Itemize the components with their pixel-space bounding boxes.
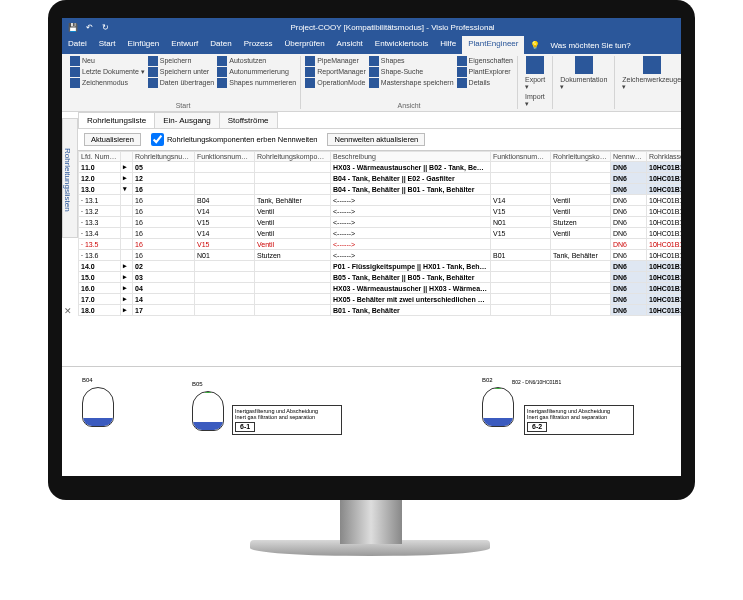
monitor-stand-neck (340, 500, 402, 544)
group-label-start: Start (70, 102, 296, 109)
tab-daten[interactable]: Daten (204, 36, 237, 54)
screen: 💾 ↶ ↻ Project-COOY [Kompatibilitätsmodus… (62, 18, 681, 476)
tab-datei[interactable]: Datei (62, 36, 93, 54)
title-bar: 💾 ↶ ↻ Project-COOY [Kompatibilitätsmodus… (62, 18, 681, 36)
cmd-operationmode[interactable]: OperationMode (305, 78, 366, 88)
redo-icon[interactable]: ↻ (100, 22, 110, 32)
tab-hilfe[interactable]: Hilfe (434, 36, 462, 54)
cmd-neu[interactable]: Neu (70, 56, 145, 66)
inherit-checkbox[interactable]: Rohrleitungskomponenten erben Nennweiten (151, 133, 318, 146)
panel-tabs: Rohrleitungsliste Ein- Ausgang Stoffströ… (78, 112, 681, 129)
cmd-speichern[interactable]: Speichern (148, 56, 214, 66)
cmd-speichern-unter[interactable]: Speichern unter (148, 67, 214, 77)
tab-plantengineer[interactable]: PlantEngineer (462, 36, 524, 54)
table-header-row: Lfd. NummerRohrleitungsnummerFunktionsnu… (79, 152, 682, 162)
cmd-details[interactable]: Details (457, 78, 513, 88)
cmd-pipemanager[interactable]: PipeManager (305, 56, 366, 66)
tank-b05[interactable]: B05 (192, 391, 224, 431)
tab-prozess[interactable]: Prozess (238, 36, 279, 54)
cmd-shapes-nummerieren[interactable]: Shapes nummerieren (217, 78, 296, 88)
tell-me-search[interactable]: 💡 Was möchten Sie tun? (524, 36, 642, 54)
panel-tab-stoffstroeme[interactable]: Stoffströme (219, 112, 278, 128)
tank-b02[interactable]: B02 B02 - DN6/10HC01B1 (482, 387, 514, 427)
table-row[interactable]: 14.0▸02P01 - Flüssigkeitspumpe || HX01 -… (79, 261, 682, 272)
tab-entwicklertools[interactable]: Entwicklertools (369, 36, 434, 54)
ribbon: Neu Letzte Dokumente ▾ Zeichenmodus Spei… (62, 54, 681, 112)
nennweiten-button[interactable]: Nennweiten aktualisieren (327, 133, 425, 146)
cmd-zeichenwerkzeuge[interactable]: Zeichenwerkzeuge ▾ (619, 56, 681, 91)
tab-ansicht[interactable]: Ansicht (331, 36, 369, 54)
cmd-dokumentation[interactable]: Dokumentation ▾ (557, 56, 610, 91)
info-box-6-2[interactable]: Inertgasfilterung und AbscheidungInert g… (524, 405, 634, 435)
save-icon[interactable]: 💾 (68, 22, 78, 32)
table-row[interactable]: 12.0▸12B04 - Tank, Behälter || E02 - Gas… (79, 173, 682, 184)
cmd-reportmanager[interactable]: ReportManager (305, 67, 366, 77)
pipe-table[interactable]: Lfd. NummerRohrleitungsnummerFunktionsnu… (78, 150, 681, 316)
tab-ueberpruefen[interactable]: Überprüfen (279, 36, 331, 54)
tab-start[interactable]: Start (93, 36, 122, 54)
cmd-shapes[interactable]: Shapes (369, 56, 454, 66)
cmd-zeichenmodus[interactable]: Zeichenmodus (70, 78, 145, 88)
diagram-canvas[interactable]: B04 B05 Inertgasfilterung und Abscheidun… (62, 366, 681, 476)
table-row[interactable]: · 13.116B04Tank, Behälter<------>V14Vent… (79, 195, 682, 206)
side-tab-rohrleitungslisten[interactable]: Rohrleitungslisten (62, 118, 78, 238)
refresh-button[interactable]: Aktualisieren (84, 133, 141, 146)
cmd-export-import[interactable]: Export ▾Import ▾ (522, 56, 548, 108)
tab-einfuegen[interactable]: Einfügen (122, 36, 166, 54)
cmd-plantexplorer[interactable]: PlantExplorer (457, 67, 513, 77)
info-box-6-1[interactable]: Inertgasfilterung und AbscheidungInert g… (232, 405, 342, 435)
cmd-shape-suche[interactable]: Shape-Suche (369, 67, 454, 77)
table-row[interactable]: 13.0▾16B04 - Tank, Behälter || B01 - Tan… (79, 184, 682, 195)
table-row[interactable]: 11.0▸05HX03 - Wärmeaustauscher || B02 - … (79, 162, 682, 173)
panel-tab-ein-ausgang[interactable]: Ein- Ausgang (154, 112, 220, 128)
action-bar: Aktualisieren Rohrleitungskomponenten er… (78, 129, 681, 150)
group-label-ansicht: Ansicht (305, 102, 513, 109)
tab-entwurf[interactable]: Entwurf (165, 36, 204, 54)
monitor-frame: 💾 ↶ ↻ Project-COOY [Kompatibilitätsmodus… (48, 0, 695, 500)
cmd-autostutzen[interactable]: Autostutzen (217, 56, 296, 66)
table-row[interactable]: · 13.216V14Ventil<------>V15VentilDN610H… (79, 206, 682, 217)
ribbon-tabs: Datei Start Einfügen Entwurf Daten Proze… (62, 36, 681, 54)
table-row[interactable]: · 13.516V15Ventil<------>DN610HC01B1✓ (79, 239, 682, 250)
cmd-letzte-dokumente[interactable]: Letzte Dokumente ▾ (70, 67, 145, 77)
table-row[interactable]: · 13.316V15Ventil<------>N01StutzenDN610… (79, 217, 682, 228)
close-panel-icon[interactable]: ✕ (64, 306, 72, 316)
cmd-daten-uebertragen[interactable]: Daten übertragen (148, 78, 214, 88)
panel-tab-rohrleitungsliste[interactable]: Rohrleitungsliste (78, 112, 155, 128)
cmd-eigenschaften[interactable]: Eigenschaften (457, 56, 513, 66)
table-row[interactable]: · 13.416V14Ventil<------>V15VentilDN610H… (79, 228, 682, 239)
table-row[interactable]: 18.0▸17B01 - Tank, BehälterDN610HC01B1? (79, 305, 682, 316)
table-row[interactable]: 16.0▸04HX03 - Wärmeaustauscher || HX03 -… (79, 283, 682, 294)
cmd-mastershape-speichern[interactable]: Mastershape speichern (369, 78, 454, 88)
tank-b04[interactable]: B04 (82, 387, 114, 427)
table-row[interactable]: 15.0▸03B05 - Tank, Behälter || B05 - Tan… (79, 272, 682, 283)
cmd-autonummerierung[interactable]: Autonummerierung (217, 67, 296, 77)
table-row[interactable]: 17.0▸14HX05 - Behälter mit zwei untersch… (79, 294, 682, 305)
table-row[interactable]: · 13.616N01Stutzen<------>B01Tank, Behäl… (79, 250, 682, 261)
window-title: Project-COOY [Kompatibilitätsmodus] - Vi… (110, 23, 675, 32)
undo-icon[interactable]: ↶ (84, 22, 94, 32)
